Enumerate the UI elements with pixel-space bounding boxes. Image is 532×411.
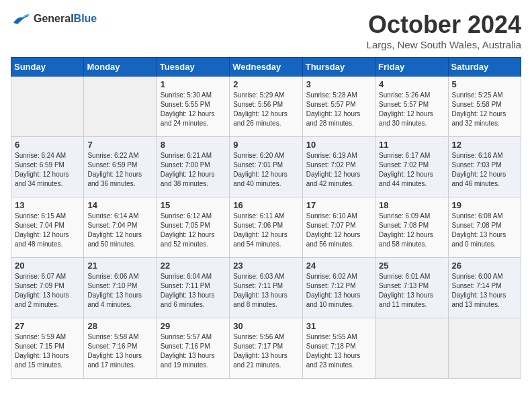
calendar-cell: 27Sunrise: 5:59 AM Sunset: 7:15 PM Dayli…: [11, 318, 84, 379]
calendar-cell: 25Sunrise: 6:01 AM Sunset: 7:13 PM Dayli…: [375, 258, 448, 318]
calendar-subtitle: Largs, New South Wales, Australia: [367, 39, 521, 50]
calendar-cell: 24Sunrise: 6:02 AM Sunset: 7:12 PM Dayli…: [302, 258, 375, 318]
day-number: 13: [15, 200, 80, 210]
day-info: Sunrise: 6:12 AM Sunset: 7:05 PM Dayligh…: [161, 212, 226, 249]
day-number: 17: [306, 200, 371, 210]
day-info: Sunrise: 6:00 AM Sunset: 7:14 PM Dayligh…: [452, 272, 517, 310]
calendar-cell: [84, 77, 157, 137]
day-info: Sunrise: 6:20 AM Sunset: 7:01 PM Dayligh…: [233, 151, 298, 189]
logo: GeneralBlue: [11, 11, 97, 27]
day-number: 16: [233, 200, 298, 210]
calendar-cell: [375, 318, 448, 379]
day-info: Sunrise: 5:59 AM Sunset: 7:15 PM Dayligh…: [15, 332, 80, 370]
day-number: 5: [452, 79, 517, 89]
day-number: 3: [306, 79, 371, 89]
day-info: Sunrise: 6:02 AM Sunset: 7:12 PM Dayligh…: [306, 272, 371, 310]
day-number: 4: [379, 79, 444, 89]
day-number: 31: [306, 321, 371, 331]
calendar-cell: 13Sunrise: 6:15 AM Sunset: 7:04 PM Dayli…: [11, 197, 84, 258]
day-number: 14: [87, 200, 152, 210]
day-number: 23: [233, 261, 298, 271]
weekday-header-sunday: Sunday: [11, 58, 84, 77]
day-number: 6: [15, 140, 80, 150]
day-info: Sunrise: 6:22 AM Sunset: 6:59 PM Dayligh…: [87, 151, 152, 189]
day-info: Sunrise: 5:58 AM Sunset: 7:16 PM Dayligh…: [87, 332, 152, 370]
day-number: 30: [233, 321, 298, 331]
week-row-2: 6Sunrise: 6:24 AM Sunset: 6:59 PM Daylig…: [11, 137, 521, 197]
day-info: Sunrise: 6:14 AM Sunset: 7:04 PM Dayligh…: [87, 212, 152, 249]
day-number: 28: [87, 321, 152, 331]
day-info: Sunrise: 6:19 AM Sunset: 7:02 PM Dayligh…: [306, 151, 371, 189]
calendar-cell: 26Sunrise: 6:00 AM Sunset: 7:14 PM Dayli…: [448, 258, 521, 318]
day-info: Sunrise: 5:26 AM Sunset: 5:57 PM Dayligh…: [379, 91, 444, 128]
calendar-cell: 12Sunrise: 6:16 AM Sunset: 7:03 PM Dayli…: [448, 137, 521, 197]
day-number: 2: [233, 79, 298, 89]
calendar-cell: 3Sunrise: 5:28 AM Sunset: 5:57 PM Daylig…: [302, 77, 375, 137]
weekday-header-monday: Monday: [84, 58, 157, 77]
calendar-cell: 31Sunrise: 5:55 AM Sunset: 7:18 PM Dayli…: [302, 318, 375, 379]
day-info: Sunrise: 6:10 AM Sunset: 7:07 PM Dayligh…: [306, 212, 371, 249]
weekday-header-row: SundayMondayTuesdayWednesdayThursdayFrid…: [11, 58, 521, 77]
day-info: Sunrise: 6:24 AM Sunset: 6:59 PM Dayligh…: [15, 151, 80, 189]
calendar-cell: 30Sunrise: 5:56 AM Sunset: 7:17 PM Dayli…: [230, 318, 302, 379]
week-row-5: 27Sunrise: 5:59 AM Sunset: 7:15 PM Dayli…: [11, 318, 521, 379]
title-area: October 2024 Largs, New South Wales, Aus…: [367, 11, 521, 50]
weekday-header-saturday: Saturday: [448, 58, 521, 77]
logo-text: GeneralBlue: [34, 13, 97, 25]
calendar-title: October 2024: [367, 11, 521, 39]
day-number: 1: [161, 79, 226, 89]
day-info: Sunrise: 5:57 AM Sunset: 7:16 PM Dayligh…: [161, 332, 226, 370]
calendar-table: SundayMondayTuesdayWednesdayThursdayFrid…: [11, 57, 521, 379]
day-number: 24: [306, 261, 371, 271]
weekday-header-tuesday: Tuesday: [157, 58, 229, 77]
calendar-cell: 18Sunrise: 6:09 AM Sunset: 7:08 PM Dayli…: [375, 197, 448, 258]
calendar-cell: 5Sunrise: 5:25 AM Sunset: 5:58 PM Daylig…: [448, 77, 521, 137]
week-row-1: 1Sunrise: 5:30 AM Sunset: 5:55 PM Daylig…: [11, 77, 521, 137]
day-number: 8: [161, 140, 226, 150]
day-info: Sunrise: 6:01 AM Sunset: 7:13 PM Dayligh…: [379, 272, 444, 310]
calendar-cell: 19Sunrise: 6:08 AM Sunset: 7:08 PM Dayli…: [448, 197, 521, 258]
day-info: Sunrise: 5:30 AM Sunset: 5:55 PM Dayligh…: [161, 91, 226, 128]
day-number: 18: [379, 200, 444, 210]
calendar-cell: 10Sunrise: 6:19 AM Sunset: 7:02 PM Dayli…: [302, 137, 375, 197]
calendar-cell: 11Sunrise: 6:17 AM Sunset: 7:02 PM Dayli…: [375, 137, 448, 197]
day-info: Sunrise: 6:16 AM Sunset: 7:03 PM Dayligh…: [452, 151, 517, 189]
calendar-cell: 17Sunrise: 6:10 AM Sunset: 7:07 PM Dayli…: [302, 197, 375, 258]
day-info: Sunrise: 6:03 AM Sunset: 7:11 PM Dayligh…: [233, 272, 298, 310]
day-number: 19: [452, 200, 517, 210]
day-info: Sunrise: 6:17 AM Sunset: 7:02 PM Dayligh…: [379, 151, 444, 189]
calendar-cell: [448, 318, 521, 379]
day-number: 9: [233, 140, 298, 150]
day-info: Sunrise: 5:56 AM Sunset: 7:17 PM Dayligh…: [233, 332, 298, 370]
calendar-cell: 4Sunrise: 5:26 AM Sunset: 5:57 PM Daylig…: [375, 77, 448, 137]
day-info: Sunrise: 6:04 AM Sunset: 7:11 PM Dayligh…: [161, 272, 226, 310]
day-number: 20: [15, 261, 80, 271]
day-number: 10: [306, 140, 371, 150]
weekday-header-wednesday: Wednesday: [230, 58, 302, 77]
calendar-cell: 29Sunrise: 5:57 AM Sunset: 7:16 PM Dayli…: [157, 318, 229, 379]
calendar-cell: 6Sunrise: 6:24 AM Sunset: 6:59 PM Daylig…: [11, 137, 84, 197]
day-number: 15: [161, 200, 226, 210]
calendar-cell: 7Sunrise: 6:22 AM Sunset: 6:59 PM Daylig…: [84, 137, 157, 197]
day-info: Sunrise: 6:21 AM Sunset: 7:00 PM Dayligh…: [161, 151, 226, 189]
day-number: 27: [15, 321, 80, 331]
weekday-header-thursday: Thursday: [302, 58, 375, 77]
day-info: Sunrise: 5:29 AM Sunset: 5:56 PM Dayligh…: [233, 91, 298, 128]
day-number: 11: [379, 140, 444, 150]
calendar-cell: 15Sunrise: 6:12 AM Sunset: 7:05 PM Dayli…: [157, 197, 229, 258]
calendar-cell: 20Sunrise: 6:07 AM Sunset: 7:09 PM Dayli…: [11, 258, 84, 318]
calendar-cell: 14Sunrise: 6:14 AM Sunset: 7:04 PM Dayli…: [84, 197, 157, 258]
day-info: Sunrise: 5:55 AM Sunset: 7:18 PM Dayligh…: [306, 332, 371, 370]
day-info: Sunrise: 6:06 AM Sunset: 7:10 PM Dayligh…: [87, 272, 152, 310]
day-info: Sunrise: 6:11 AM Sunset: 7:06 PM Dayligh…: [233, 212, 298, 249]
day-info: Sunrise: 5:25 AM Sunset: 5:58 PM Dayligh…: [452, 91, 517, 128]
calendar-cell: 21Sunrise: 6:06 AM Sunset: 7:10 PM Dayli…: [84, 258, 157, 318]
page-header: GeneralBlue October 2024 Largs, New Sout…: [11, 11, 521, 50]
calendar-cell: 8Sunrise: 6:21 AM Sunset: 7:00 PM Daylig…: [157, 137, 229, 197]
day-number: 25: [379, 261, 444, 271]
day-number: 29: [161, 321, 226, 331]
day-info: Sunrise: 5:28 AM Sunset: 5:57 PM Dayligh…: [306, 91, 371, 128]
day-info: Sunrise: 6:07 AM Sunset: 7:09 PM Dayligh…: [15, 272, 80, 310]
logo-bird-icon: [11, 11, 31, 27]
day-number: 22: [161, 261, 226, 271]
